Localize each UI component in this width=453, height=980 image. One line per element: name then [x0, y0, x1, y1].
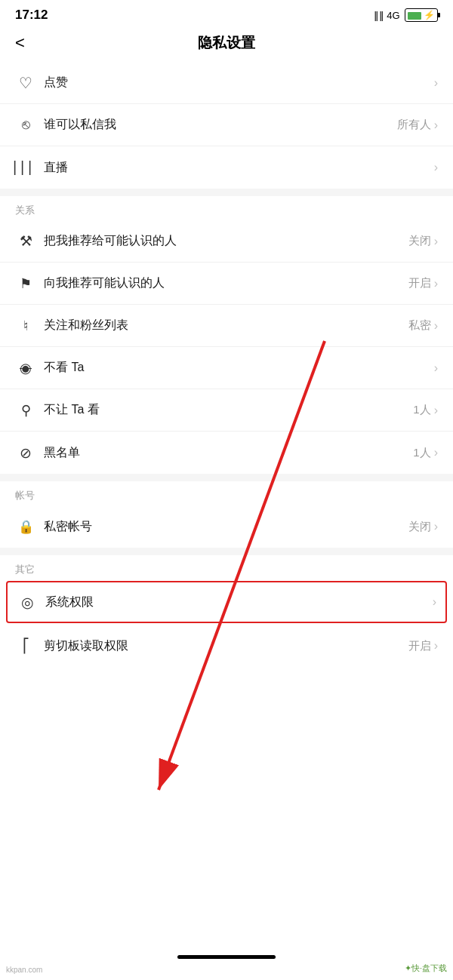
- chevron-icon: ›: [434, 319, 438, 333]
- not-see-icon: ◉: [15, 360, 36, 376]
- live-right: ›: [434, 161, 438, 174]
- sidebar-item-recommend-to-me[interactable]: ⚑ 向我推荐可能认识的人 开启 ›: [0, 263, 453, 305]
- chevron-icon: ›: [434, 639, 438, 653]
- watermark-right: ✦快·盘下载: [405, 963, 447, 974]
- back-button[interactable]: <: [15, 33, 25, 53]
- group-account: 帐号 🔒 私密帐号 关闭 ›: [0, 481, 453, 548]
- blacklist-right: 1人 ›: [413, 446, 438, 460]
- not-see-label: 不看 Ta: [44, 360, 434, 376]
- system-permissions-icon: ◎: [17, 594, 38, 611]
- system-permissions-right: ›: [433, 595, 436, 609]
- not-let-see-icon: ⚲: [15, 402, 36, 419]
- group-top: ♡ 点赞 › ⎋ 谁可以私信我 所有人 › ▏▏▏ 直播 ›: [0, 62, 453, 189]
- chevron-icon: ›: [434, 235, 438, 248]
- watermark-left: kkpan.com: [6, 966, 42, 974]
- sidebar-item-clipboard[interactable]: ⎡ 剪切板读取权限 开启 ›: [0, 625, 453, 667]
- chevron-icon: ›: [434, 404, 438, 417]
- status-bar: 17:12 ‖‖ 4G ⚡: [0, 0, 453, 27]
- likes-icon: ♡: [15, 74, 36, 92]
- group-other: 其它 ◎ 系统权限 › ⎡ 剪切板读取权限 开启 ›: [0, 555, 453, 667]
- recommend-to-others-value: 关闭: [408, 234, 431, 248]
- status-icons: ‖‖ 4G ⚡: [374, 8, 438, 22]
- clipboard-label: 剪切板读取权限: [44, 638, 408, 654]
- recommend-to-others-icon: ⚒: [15, 232, 36, 250]
- blacklist-icon: ⊘: [15, 444, 36, 462]
- battery-icon: ⚡: [405, 8, 438, 22]
- sidebar-item-blacklist[interactable]: ⊘ 黑名单 1人 ›: [0, 432, 453, 474]
- chevron-icon: ›: [434, 118, 438, 132]
- chevron-icon: ›: [433, 595, 436, 609]
- sidebar-item-follow-fans[interactable]: ♮ 关注和粉丝列表 私密 ›: [0, 305, 453, 347]
- recommend-to-me-right: 开启 ›: [408, 276, 438, 290]
- section-gap-2: [0, 474, 453, 481]
- chevron-icon: ›: [434, 277, 438, 290]
- section-label-relations: 关系: [0, 196, 453, 220]
- private-message-label: 谁可以私信我: [44, 117, 397, 133]
- chevron-icon: ›: [434, 446, 438, 459]
- blacklist-label: 黑名单: [44, 445, 413, 461]
- recommend-to-me-label: 向我推荐可能认识的人: [44, 275, 408, 291]
- recommend-to-others-right: 关闭 ›: [408, 234, 438, 248]
- not-let-see-value: 1人: [413, 403, 430, 417]
- clipboard-value: 开启: [408, 639, 431, 653]
- sidebar-item-private-message[interactable]: ⎋ 谁可以私信我 所有人 ›: [0, 104, 453, 146]
- private-account-label: 私密帐号: [44, 519, 408, 535]
- sidebar-item-private-account[interactable]: 🔒 私密帐号 关闭 ›: [0, 505, 453, 548]
- private-account-right: 关闭 ›: [408, 520, 438, 534]
- private-account-icon: 🔒: [15, 519, 36, 535]
- signal-icon: ‖‖ 4G: [374, 10, 400, 21]
- page-title: 隐私设置: [198, 33, 255, 53]
- section-label-other: 其它: [0, 555, 453, 579]
- nav-bar: < 隐私设置: [0, 27, 453, 62]
- clipboard-right: 开启 ›: [408, 639, 438, 653]
- sidebar-item-not-let-see[interactable]: ⚲ 不让 Ta 看 1人 ›: [0, 389, 453, 432]
- not-see-right: ›: [434, 361, 438, 375]
- recommend-to-me-value: 开启: [408, 276, 431, 290]
- sidebar-item-likes[interactable]: ♡ 点赞 ›: [0, 62, 453, 104]
- private-message-icon: ⎋: [15, 117, 36, 133]
- chevron-icon: ›: [434, 361, 438, 375]
- private-account-value: 关闭: [408, 520, 431, 534]
- follow-fans-right: 私密 ›: [408, 318, 438, 333]
- section-label-account: 帐号: [0, 481, 453, 505]
- private-message-value: 所有人: [397, 118, 431, 132]
- follow-fans-value: 私密: [408, 318, 431, 333]
- sidebar-item-system-permissions[interactable]: ◎ 系统权限 ›: [6, 581, 447, 623]
- group-relations: 关系 ⚒ 把我推荐给可能认识的人 关闭 › ⚑ 向我推荐可能认识的人 开启 › …: [0, 196, 453, 474]
- follow-fans-icon: ♮: [15, 318, 36, 334]
- not-let-see-label: 不让 Ta 看: [44, 402, 413, 418]
- private-message-right: 所有人 ›: [397, 118, 438, 132]
- chevron-icon: ›: [434, 161, 438, 174]
- blacklist-value: 1人: [413, 446, 430, 460]
- home-indicator: [177, 955, 276, 959]
- live-label: 直播: [44, 160, 434, 176]
- likes-label: 点赞: [44, 75, 434, 91]
- likes-right: ›: [434, 76, 438, 90]
- not-let-see-right: 1人 ›: [413, 403, 438, 417]
- section-gap-3: [0, 548, 453, 555]
- system-permissions-label: 系统权限: [45, 594, 433, 610]
- chevron-icon: ›: [434, 520, 438, 533]
- follow-fans-label: 关注和粉丝列表: [44, 318, 408, 333]
- clipboard-icon: ⎡: [15, 637, 36, 654]
- sidebar-item-not-see[interactable]: ◉ 不看 Ta ›: [0, 347, 453, 389]
- recommend-to-others-label: 把我推荐给可能认识的人: [44, 233, 408, 249]
- chevron-icon: ›: [434, 76, 438, 90]
- recommend-to-me-icon: ⚑: [15, 275, 36, 292]
- section-gap-1: [0, 189, 453, 196]
- sidebar-item-live[interactable]: ▏▏▏ 直播 ›: [0, 146, 453, 189]
- status-time: 17:12: [15, 8, 48, 23]
- sidebar-item-recommend-to-others[interactable]: ⚒ 把我推荐给可能认识的人 关闭 ›: [0, 220, 453, 263]
- live-icon: ▏▏▏: [15, 161, 36, 175]
